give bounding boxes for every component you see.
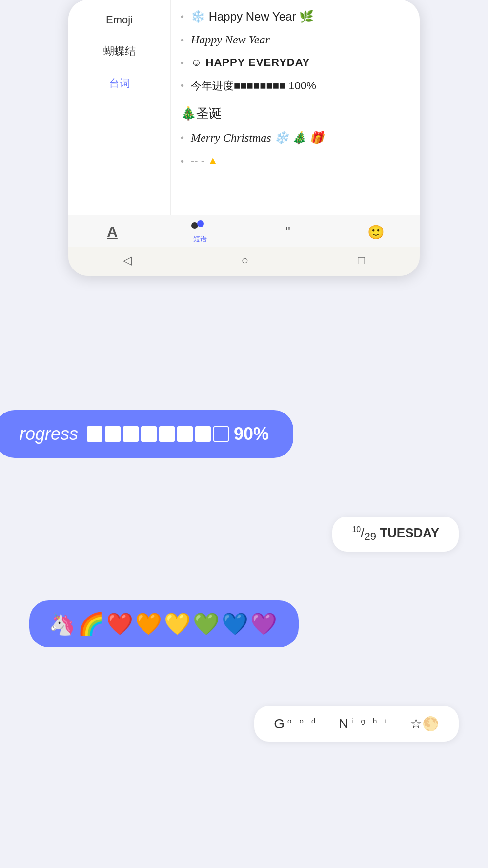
phrase-text: ☺ HAPPY EVERYDAY [191, 56, 310, 69]
block-filled [123, 426, 139, 442]
goodnight-text: Go o d Ni g h t ☆🌕 [274, 716, 439, 732]
progress-percent: 90% [234, 424, 269, 444]
goodnight-bubble: Go o d Ni g h t ☆🌕 [254, 706, 459, 742]
chat-section: rogress 90% 10/29 TUESDAY 🦄🌈❤️🧡💛💚💙 [0, 327, 488, 742]
emoji-icon: 🙂 [367, 224, 385, 240]
phrases-label: 短语 [193, 235, 207, 244]
sidebar-item-bowtie[interactable]: 蝴蝶结 [68, 35, 170, 67]
phone-mockup: Emoji 蝴蝶结 台词 • ❄️ Happy New Year 🌿 • Hap… [68, 0, 420, 276]
block-filled [87, 426, 102, 442]
list-item[interactable]: • -- - ▲ [181, 149, 410, 172]
home-icon[interactable]: ○ [241, 253, 248, 267]
progress-blocks [87, 426, 229, 442]
font-icon: A [107, 224, 118, 240]
phrase-text: 今年进度■■■■■■■■ 100% [191, 79, 316, 93]
bullet-icon: • [181, 11, 184, 22]
toolbar-phrases[interactable]: 短语 [181, 220, 220, 244]
date-bubble: 10/29 TUESDAY [332, 517, 459, 552]
toolbar-emoji[interactable]: 🙂 [356, 224, 395, 240]
list-item[interactable]: • ☺ HAPPY EVERYDAY [181, 51, 410, 74]
date-sup: 10 [352, 525, 361, 534]
block-filled [195, 426, 211, 442]
toolbar-font[interactable]: A [93, 224, 132, 240]
block-filled [159, 426, 175, 442]
date-text: 10/29 TUESDAY [352, 525, 439, 543]
christmas-list: • Merry Christmas ❄️ 🎄 🎁 • -- - ▲ [181, 126, 410, 172]
list-item[interactable]: • Merry Christmas ❄️ 🎄 🎁 [181, 126, 410, 149]
recents-icon[interactable]: □ [358, 253, 365, 267]
phrases-icon [191, 220, 209, 234]
sidebar-item-emoji[interactable]: Emoji [68, 5, 170, 35]
list-item[interactable]: • ❄️ Happy New Year 🌿 [181, 5, 410, 28]
bullet-icon: • [181, 80, 184, 91]
emoji-row: 🦄🌈❤️🧡💛💚💙💜 [0, 576, 488, 647]
toolbar: A 短语 " 🙂 [68, 215, 420, 247]
progress-bubble: rogress 90% [0, 410, 293, 458]
date-row: 10/29 TUESDAY [0, 487, 488, 552]
nav-bar: ◁ ○ □ [68, 247, 420, 276]
toolbar-quote[interactable]: " [268, 224, 307, 240]
content-area: • ❄️ Happy New Year 🌿 • Happy New Year •… [171, 0, 420, 215]
goodnight-row: Go o d Ni g h t ☆🌕 [0, 677, 488, 742]
phrase-text: -- - ▲ [191, 154, 218, 167]
bullet-icon: • [181, 132, 184, 144]
block-filled [105, 426, 121, 442]
emoji-text: 🦄🌈❤️🧡💛💚💙💜 [49, 611, 279, 637]
phrase-text: Merry Christmas ❄️ 🎄 🎁 [191, 131, 324, 145]
phrase-list: • ❄️ Happy New Year 🌿 • Happy New Year •… [181, 5, 410, 98]
phone-screen: Emoji 蝴蝶结 台词 • ❄️ Happy New Year 🌿 • Hap… [68, 0, 420, 215]
quote-icon: " [285, 224, 290, 240]
progress-prefix: rogress [20, 424, 78, 444]
back-icon[interactable]: ◁ [123, 253, 132, 267]
phrase-text: ❄️ Happy New Year 🌿 [191, 10, 314, 23]
emoji-bubble: 🦄🌈❤️🧡💛💚💙💜 [29, 600, 299, 647]
bullet-icon: • [181, 156, 184, 167]
block-filled [177, 426, 193, 442]
sidebar-item-script[interactable]: 台词 [68, 67, 170, 100]
section-header: 🎄圣诞 [181, 98, 410, 126]
phrase-text: Happy New Year [191, 33, 270, 46]
bullet-icon: • [181, 58, 184, 69]
list-item[interactable]: • Happy New Year [181, 28, 410, 51]
block-filled [141, 426, 157, 442]
block-empty [213, 426, 229, 442]
sidebar: Emoji 蝴蝶结 台词 [68, 0, 171, 215]
progress-row: rogress 90% [0, 366, 488, 458]
list-item[interactable]: • 今年进度■■■■■■■■ 100% [181, 74, 410, 98]
bullet-icon: • [181, 35, 184, 46]
